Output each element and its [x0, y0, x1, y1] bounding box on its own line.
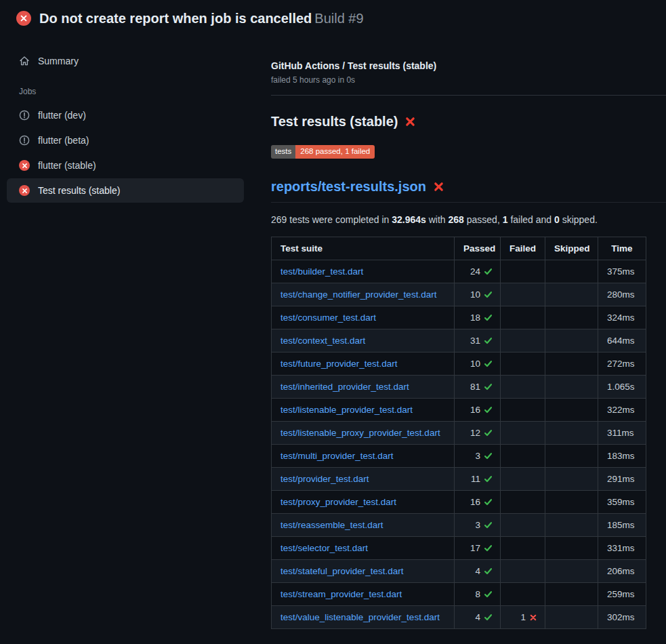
suite-link[interactable]: test/provider_test.dart — [280, 474, 369, 484]
page-layout: Summary Jobs flutter (dev) flutter (beta… — [0, 33, 666, 629]
suite-cell: test/inherited_provider_test.dart — [272, 375, 455, 398]
time-cell: 185ms — [598, 513, 646, 536]
table-row: test/future_provider_test.dart 10 272ms — [272, 352, 646, 375]
table-row: test/selector_test.dart 17 331ms — [272, 536, 646, 559]
suite-cell: test/context_test.dart — [272, 329, 455, 352]
table-row: test/change_notifier_provider_test.dart … — [272, 283, 646, 306]
suite-link[interactable]: test/listenable_proxy_provider_test.dart — [280, 428, 440, 438]
build-number: Build #9 — [314, 11, 363, 26]
skipped-cell — [545, 352, 598, 375]
column-header: Passed — [455, 237, 501, 260]
suite-cell: test/stream_provider_test.dart — [272, 582, 455, 605]
suite-link[interactable]: test/value_listenable_provider_test.dart — [280, 612, 440, 622]
suite-cell: test/reassemble_test.dart — [272, 513, 455, 536]
suite-link[interactable]: test/consumer_test.dart — [280, 313, 376, 323]
skipped-cell — [545, 260, 598, 283]
main-content: GitHub Actions / Test results (stable) f… — [251, 33, 666, 629]
sidebar-item-summary[interactable]: Summary — [7, 49, 244, 73]
suite-link[interactable]: test/stateful_provider_test.dart — [280, 566, 404, 576]
suite-link[interactable]: test/listenable_provider_test.dart — [280, 405, 413, 415]
column-header: Time — [598, 237, 646, 260]
time-cell: 183ms — [598, 444, 646, 467]
sidebar-item-job[interactable]: flutter (stable) — [7, 153, 244, 178]
cross-icon — [529, 613, 537, 622]
time-cell: 259ms — [598, 582, 646, 605]
suite-link[interactable]: test/reassemble_test.dart — [280, 520, 383, 530]
run-header: Do not create report when job is cancell… — [0, 0, 666, 33]
skipped-cell — [545, 283, 598, 306]
suite-cell: test/multi_provider_test.dart — [272, 444, 455, 467]
passed-cell: 3 — [455, 513, 501, 536]
check-icon — [484, 405, 493, 414]
suite-link[interactable]: test/change_notifier_provider_test.dart — [280, 289, 436, 300]
summary-text: 269 tests were completed in — [271, 214, 392, 225]
section-title: Test results (stable) — [271, 114, 666, 129]
passed-cell: 17 — [455, 536, 501, 559]
table-row: test/reassemble_test.dart 3 185ms — [272, 513, 646, 536]
suite-link[interactable]: test/future_provider_test.dart — [280, 359, 398, 369]
skipped-cell — [545, 398, 598, 421]
sidebar-item-job[interactable]: flutter (beta) — [7, 128, 244, 153]
failed-cell — [501, 421, 545, 444]
sidebar-item-label: Summary — [38, 56, 79, 66]
failed-cell — [501, 352, 545, 375]
x-icon — [20, 14, 28, 22]
summary-duration: 32.964s — [392, 214, 426, 225]
table-row: test/stateful_provider_test.dart 4 206ms — [272, 559, 646, 582]
tests-badge: tests 268 passed, 1 failed — [271, 145, 375, 159]
suite-link[interactable]: test/multi_provider_test.dart — [280, 451, 394, 461]
table-row: test/multi_provider_test.dart 3 183ms — [272, 444, 646, 467]
neutral-status-icon — [19, 135, 30, 146]
skipped-cell — [545, 421, 598, 444]
suite-link[interactable]: test/proxy_provider_test.dart — [280, 497, 396, 507]
passed-cell: 12 — [455, 421, 501, 444]
time-cell: 322ms — [598, 398, 646, 421]
column-header: Test suite — [272, 237, 455, 260]
check-icon — [484, 544, 493, 552]
passed-cell: 10 — [455, 352, 501, 375]
time-cell: 644ms — [598, 329, 646, 352]
sidebar-item-job[interactable]: flutter (dev) — [7, 103, 244, 127]
report-link[interactable]: reports/test-results.json — [271, 179, 426, 195]
badge-value: 268 passed, 1 failed — [295, 145, 375, 159]
failed-cell — [501, 490, 545, 513]
failed-cell — [501, 444, 545, 467]
check-icon — [484, 613, 493, 622]
run-title-text: Do not create report when job is cancell… — [39, 11, 312, 26]
skipped-cell — [545, 490, 598, 513]
suite-link[interactable]: test/context_test.dart — [280, 336, 365, 346]
failed-x-icon — [404, 116, 416, 127]
suite-link[interactable]: test/selector_test.dart — [280, 543, 368, 553]
summary-passed-count: 268 — [449, 214, 464, 225]
suite-link[interactable]: test/builder_test.dart — [280, 266, 363, 277]
check-icon — [484, 428, 493, 437]
suite-link[interactable]: test/stream_provider_test.dart — [280, 589, 402, 599]
page-title: Do not create report when job is cancell… — [39, 10, 364, 26]
suite-link[interactable]: test/inherited_provider_test.dart — [280, 382, 409, 392]
skipped-cell — [545, 582, 598, 605]
breadcrumb: GitHub Actions / Test results (stable) — [271, 60, 666, 71]
summary-text: failed and — [508, 214, 555, 225]
table-row: test/listenable_proxy_provider_test.dart… — [272, 421, 646, 444]
time-cell: 280ms — [598, 283, 646, 306]
table-row: test/proxy_provider_test.dart 16 359ms — [272, 490, 646, 513]
suite-cell: test/selector_test.dart — [272, 536, 455, 559]
failed-cell — [501, 329, 545, 352]
table-row: test/consumer_test.dart 18 324ms — [272, 306, 646, 329]
summary-text: passed, — [464, 214, 503, 225]
section-title-text: Test results (stable) — [271, 114, 398, 129]
passed-cell: 81 — [455, 375, 501, 398]
job-label: flutter (beta) — [38, 135, 89, 146]
passed-cell: 16 — [455, 490, 501, 513]
summary-line: 269 tests were completed in 32.964s with… — [271, 214, 666, 225]
report-title: reports/test-results.json — [271, 179, 666, 203]
time-cell: 291ms — [598, 467, 646, 490]
passed-cell: 18 — [455, 306, 501, 329]
suite-cell: test/provider_test.dart — [272, 467, 455, 490]
failed-cell — [501, 375, 545, 398]
check-icon — [484, 567, 493, 576]
suite-cell: test/proxy_provider_test.dart — [272, 490, 455, 513]
sidebar-item-job[interactable]: Test results (stable) — [7, 178, 244, 203]
suite-cell: test/change_notifier_provider_test.dart — [272, 283, 455, 306]
failed-status-icon — [19, 185, 30, 196]
